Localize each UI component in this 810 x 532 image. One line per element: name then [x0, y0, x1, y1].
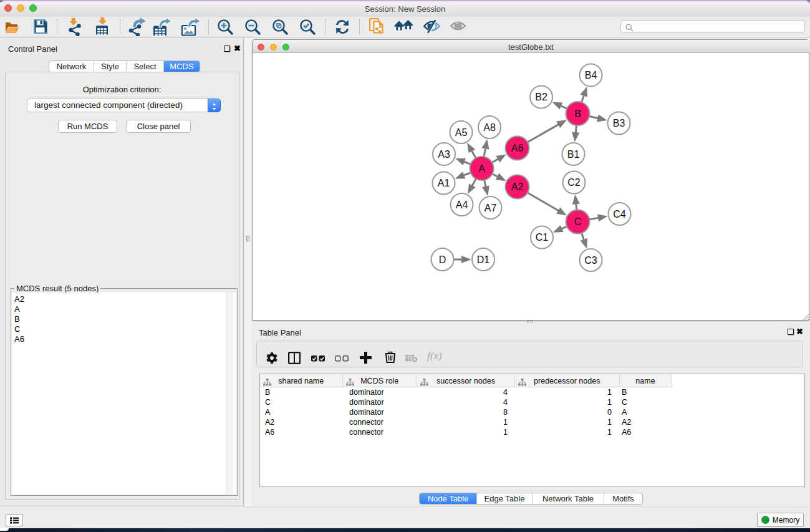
svg-text:A4: A4 — [456, 200, 468, 210]
svg-text:B4: B4 — [585, 70, 597, 80]
svg-text:B: B — [574, 109, 581, 119]
svg-text:A7: A7 — [485, 203, 497, 213]
svg-text:B3: B3 — [613, 118, 625, 128]
svg-text:D1: D1 — [477, 254, 490, 265]
svg-text:C: C — [574, 216, 582, 227]
svg-text:A2: A2 — [511, 181, 524, 192]
svg-text:A: A — [478, 163, 485, 174]
svg-text:A5: A5 — [455, 127, 468, 138]
svg-text:C1: C1 — [536, 232, 549, 243]
svg-text:A8: A8 — [483, 122, 496, 133]
svg-text:D: D — [439, 254, 446, 265]
svg-text:C3: C3 — [584, 255, 597, 266]
svg-text:A6: A6 — [511, 143, 524, 153]
svg-text:A1: A1 — [438, 178, 450, 188]
svg-text:B1: B1 — [567, 149, 580, 160]
svg-text:C2: C2 — [567, 177, 581, 188]
svg-text:B2: B2 — [535, 92, 547, 102]
svg-text:C4: C4 — [613, 209, 626, 220]
svg-text:A3: A3 — [438, 149, 450, 160]
